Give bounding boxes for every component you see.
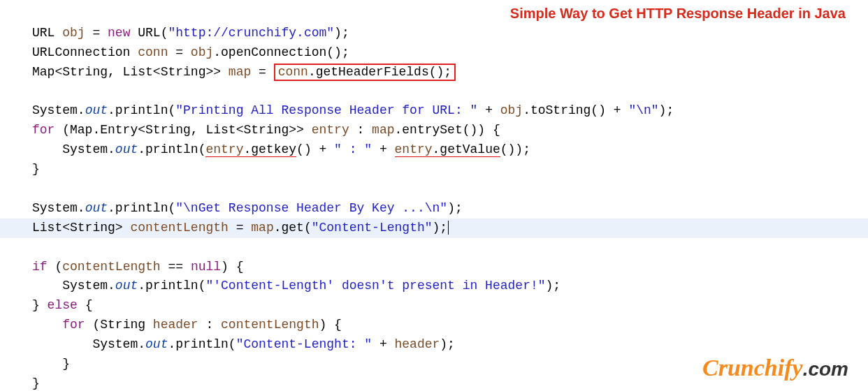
- brand-tld: .com: [803, 358, 848, 380]
- blank-line: [32, 84, 40, 98]
- code-block: URL obj = new URL("http://crunchify.com"…: [0, 0, 868, 391]
- code-line: }: [32, 376, 40, 390]
- code-line: System.out.println("\nGet Response Heade…: [32, 201, 463, 215]
- code-line: }: [32, 162, 40, 176]
- brand-name: Crunchify: [702, 355, 803, 381]
- highlighted-box: conn.getHeaderFields();: [274, 64, 456, 82]
- blank-line: [32, 182, 40, 196]
- text-cursor: [448, 221, 449, 235]
- code-line: URL obj = new URL("http://crunchify.com"…: [32, 26, 349, 40]
- underline-error: entry.getValue: [395, 142, 500, 157]
- code-line: System.out.println("Printing All Respons…: [32, 103, 674, 117]
- code-line: System.out.println("'Content-Length' doe…: [32, 279, 560, 293]
- highlighted-line: List<String> contentLength = map.get("Co…: [0, 219, 868, 238]
- code-line: URLConnection conn = obj.openConnection(…: [32, 45, 349, 59]
- code-line: } else {: [32, 298, 92, 312]
- code-line: System.out.println("Content-Lenght: " + …: [32, 337, 455, 351]
- code-line: if (contentLength == null) {: [32, 260, 244, 274]
- code-line: for (String header : contentLength) {: [32, 318, 342, 332]
- code-line: System.out.println(entry.getkey() + " : …: [32, 142, 530, 157]
- underline-error: entry.getkey: [205, 142, 296, 157]
- code-line: }: [32, 357, 70, 371]
- brand-logo: Crunchify.com: [702, 355, 848, 381]
- code-line: Map<String, List<String>> map = conn.get…: [32, 65, 456, 79]
- code-line: for (Map.Entry<String, List<String>> ent…: [32, 123, 500, 137]
- page-title: Simple Way to Get HTTP Response Header i…: [510, 6, 846, 22]
